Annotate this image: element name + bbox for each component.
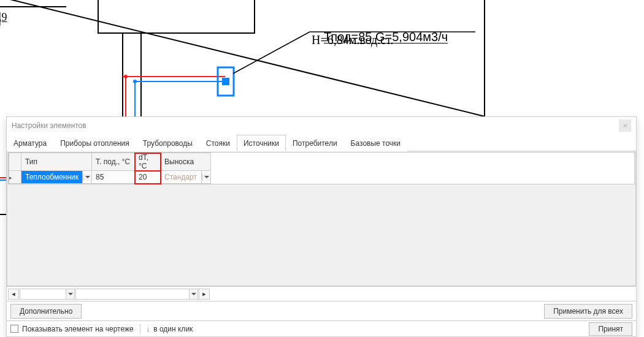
tab-istochniki[interactable]: Источники bbox=[237, 135, 286, 151]
col-leader[interactable]: Выноска bbox=[161, 153, 211, 171]
chevron-down-icon bbox=[66, 289, 74, 299]
cell-tpod-value[interactable]: 85 bbox=[92, 173, 134, 181]
col-type[interactable]: Тип bbox=[21, 153, 92, 171]
separator bbox=[140, 324, 140, 334]
show-on-drawing-checkbox[interactable] bbox=[10, 325, 18, 333]
tabbar: Арматура Приборы отопления Трубопроводы … bbox=[7, 134, 636, 151]
tab-truby[interactable]: Трубопроводы bbox=[136, 135, 199, 151]
leader-dropdown-icon[interactable] bbox=[202, 174, 210, 181]
tab-armatura[interactable]: Арматура bbox=[7, 135, 53, 151]
settings-dialog: Настройки элементов ✕ Арматура Приборы о… bbox=[6, 116, 637, 337]
col-tpod[interactable]: Т. под., °С bbox=[92, 153, 135, 171]
type-dropdown-icon[interactable] bbox=[83, 174, 91, 181]
dialog-title: Настройки элементов bbox=[12, 121, 619, 130]
svg-point-4 bbox=[124, 75, 128, 78]
edge-lines bbox=[0, 165, 6, 239]
button-bar: Дополнительно Применить для всех bbox=[7, 301, 636, 320]
nav-prev-button[interactable]: ◄ bbox=[8, 289, 19, 300]
tab-bazovye[interactable]: Базовые точки bbox=[344, 135, 407, 151]
footer-bar: Показывать элемент на чертеже ↓ в один к… bbox=[7, 320, 636, 336]
accept-button[interactable]: Принят bbox=[589, 322, 632, 336]
nav-bar: ◄ ► bbox=[7, 286, 636, 301]
additional-button[interactable]: Дополнительно bbox=[10, 304, 82, 319]
data-grid[interactable]: Тип Т. под., °С dT, °С Выноска Теплообме… bbox=[9, 153, 211, 184]
chevron-right-icon: ► bbox=[202, 291, 207, 297]
nav-combo-1[interactable] bbox=[20, 289, 75, 300]
row-selector[interactable] bbox=[9, 171, 21, 184]
chevron-down-icon bbox=[189, 289, 197, 299]
one-click-label: в один клик bbox=[153, 325, 193, 333]
nav-next-button[interactable]: ► bbox=[199, 289, 210, 300]
cell-leader-value[interactable]: Стандарт bbox=[161, 173, 201, 181]
col-dt[interactable]: dT, °С bbox=[135, 153, 161, 171]
cell-dt-value[interactable]: 20 bbox=[135, 173, 160, 181]
grid-area: Тип Т. под., °С dT, °С Выноска Теплообме… bbox=[7, 151, 636, 286]
arrow-down-icon: ↓ bbox=[147, 325, 150, 333]
show-on-drawing-label: Показывать элемент на чертеже bbox=[22, 325, 134, 333]
dim-fragment: ,9 bbox=[0, 11, 7, 24]
dialog-titlebar: Настройки элементов ✕ bbox=[7, 117, 636, 134]
apply-all-button[interactable]: Применить для всех bbox=[544, 304, 632, 319]
svg-point-5 bbox=[133, 80, 137, 83]
annotation-line2: Н=6,84м.вод.ст. bbox=[312, 33, 393, 47]
table-row[interactable]: Теплообменник 85 20 Стандарт bbox=[9, 171, 211, 184]
tab-stoyaki[interactable]: Стояки bbox=[199, 135, 237, 151]
tab-pribory[interactable]: Приборы отопления bbox=[53, 135, 136, 151]
close-icon: ✕ bbox=[623, 122, 628, 130]
chevron-left-icon: ◄ bbox=[11, 291, 17, 297]
svg-rect-7 bbox=[222, 78, 229, 85]
close-button[interactable]: ✕ bbox=[619, 119, 631, 132]
corner-cell bbox=[9, 153, 21, 171]
svg-line-8 bbox=[233, 32, 310, 74]
tab-potrebiteli[interactable]: Потребители bbox=[286, 135, 344, 151]
cad-canvas: Тпод=85 G=5,904м3/ч Н=6,84м.вод.ст. ,9 bbox=[0, 0, 644, 116]
cell-type-value[interactable]: Теплообменник bbox=[21, 171, 82, 183]
nav-combo-2[interactable] bbox=[75, 289, 198, 300]
